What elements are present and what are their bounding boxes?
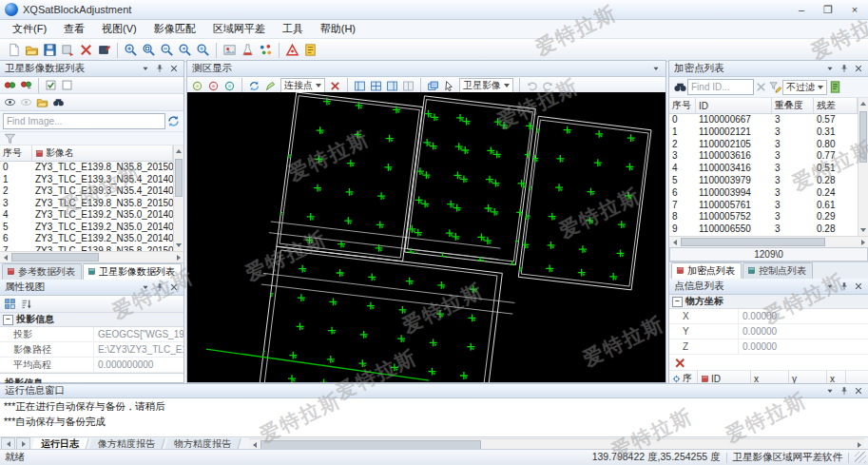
delete-icon[interactable]	[77, 41, 95, 59]
check-on-icon[interactable]	[43, 78, 59, 92]
pin-icon[interactable]	[838, 281, 851, 293]
menu-item-2[interactable]: 视图(V)	[93, 20, 145, 38]
filter-dropdown[interactable]: 不过滤	[782, 80, 827, 95]
connect-point-dropdown[interactable]: 连接点	[280, 78, 325, 93]
layer-icon[interactable]	[425, 79, 441, 93]
scroll-down-icon[interactable]	[858, 225, 868, 235]
tie-point-row[interactable]: 3110000361630.77	[669, 150, 868, 163]
menu-item-4[interactable]: 区域网平差	[204, 20, 274, 38]
image-row[interactable]: 6ZY3_TLC_E139.2_N35.0_20140131_L1A00	[0, 233, 183, 245]
new-page-icon[interactable]	[5, 41, 23, 59]
menu-item-6[interactable]: 帮助(H)	[312, 20, 364, 38]
close-icon[interactable]	[852, 385, 865, 397]
tie-point-vscrollbar[interactable]	[858, 98, 868, 236]
tie-point-row[interactable]: 7110000576130.61	[669, 200, 868, 212]
scroll-right-icon[interactable]	[173, 252, 183, 262]
zoom-window-icon[interactable]	[140, 41, 158, 59]
eye-icon[interactable]	[2, 95, 18, 109]
close-icon[interactable]	[852, 281, 865, 293]
tie-point-row[interactable]: 4110000341630.51	[669, 163, 868, 175]
caret-down-icon[interactable]	[823, 63, 837, 75]
tie-point-row[interactable]: 6110000399430.24	[669, 187, 868, 200]
property-row[interactable]: 投影GEOGCS["WGS_1984"	[0, 327, 183, 342]
redo-icon[interactable]	[540, 79, 556, 93]
cursor-icon[interactable]	[441, 79, 457, 93]
close-icon[interactable]	[852, 63, 865, 75]
zoom-fit-icon[interactable]	[194, 41, 212, 59]
tie-point-hscrollbar[interactable]	[669, 236, 868, 247]
menu-item-3[interactable]: 影像匹配	[145, 20, 204, 38]
filter-edit-icon[interactable]	[768, 80, 782, 94]
win3-icon[interactable]	[384, 79, 400, 93]
collapse-icon[interactable]: −	[3, 315, 13, 325]
check-off-icon[interactable]	[59, 78, 75, 92]
delete-x-icon[interactable]	[327, 79, 343, 93]
win-gray-icon[interactable]	[400, 79, 416, 93]
scroll-up-icon[interactable]	[174, 146, 183, 156]
tab-point-list-0[interactable]: 加密点列表	[671, 262, 742, 279]
filter-funnel-icon[interactable]	[2, 133, 17, 145]
column-header-3[interactable]: 残差	[814, 98, 858, 113]
column-header-0[interactable]: 序号	[669, 98, 696, 113]
tie-point-search-input[interactable]	[687, 79, 754, 95]
report-icon[interactable]	[301, 41, 319, 59]
flask-icon[interactable]	[239, 41, 257, 59]
column-header-1[interactable]: ID	[696, 98, 772, 113]
property-row[interactable]: 平均高程0.000000000	[0, 358, 183, 373]
tie-point-row[interactable]: 9110000655030.28	[669, 223, 868, 236]
orbit-red-icon[interactable]	[205, 79, 222, 93]
scroll-down-icon[interactable]	[174, 241, 183, 250]
binoculars-icon[interactable]	[50, 95, 67, 109]
footprint-balls-icon[interactable]	[2, 78, 18, 92]
satellite-image-dropdown[interactable]: 卫星影像	[459, 78, 513, 93]
tab-data-list-1[interactable]: 卫星影像数据列表	[83, 263, 182, 280]
refresh-blue-icon[interactable]	[246, 79, 262, 93]
image-list-vscrollbar[interactable]	[173, 145, 183, 251]
pin-icon[interactable]	[838, 385, 851, 397]
column-header-2[interactable]: 重叠度	[772, 98, 814, 113]
image-list-hscrollbar[interactable]	[0, 251, 183, 262]
import-icon[interactable]	[95, 41, 113, 59]
collapse-icon[interactable]: −	[672, 297, 683, 307]
binoculars-icon[interactable]	[672, 80, 687, 94]
property-group-header[interactable]: − 投影信息	[0, 313, 183, 327]
report-doc-icon[interactable]	[827, 80, 842, 94]
footprint-balls2-icon[interactable]	[18, 78, 34, 92]
column-header-name[interactable]: 影像名	[32, 145, 173, 161]
pin-icon[interactable]	[838, 63, 851, 75]
scroll-left-icon[interactable]	[0, 252, 10, 262]
menu-item-5[interactable]: 工具	[274, 20, 312, 38]
zoom-prev-icon[interactable]	[176, 41, 194, 59]
eye-gray-icon[interactable]	[18, 95, 34, 109]
tab-point-list-1[interactable]: 控制点列表	[743, 262, 813, 279]
refresh-icon[interactable]	[165, 114, 181, 128]
pin-icon[interactable]	[153, 281, 166, 294]
edit-green-icon[interactable]	[262, 79, 279, 93]
caret-down-icon[interactable]	[139, 63, 152, 75]
win1-icon[interactable]	[352, 79, 368, 93]
map-canvas[interactable]	[187, 92, 665, 382]
undo-icon[interactable]	[524, 79, 540, 93]
image-row[interactable]: 4ZY3_TLC_E139.2_N35.0_20140131_L1A00	[0, 209, 183, 222]
crosshair-icon[interactable]	[672, 375, 681, 383]
column-header-index[interactable]: 序号	[0, 145, 32, 161]
tab-data-list-0[interactable]: 参考数据列表	[2, 263, 82, 280]
export-icon[interactable]	[59, 41, 77, 59]
win2-icon[interactable]	[368, 79, 384, 93]
save-icon[interactable]	[41, 41, 59, 59]
scroll-up-icon[interactable]	[858, 99, 868, 108]
tie-point-row[interactable]: 1110000212130.31	[669, 126, 868, 139]
image-row[interactable]: 1ZY3_TLC_E139.3_N35.4_20140131_L1A00	[0, 174, 183, 186]
maximize-button[interactable]: ❐	[815, 2, 841, 18]
coord-group-header[interactable]: − 物方坐标	[669, 295, 868, 309]
property-row[interactable]: 影像路径E:\ZY3\ZY3_TLC_E139	[0, 342, 183, 358]
zoom-in-icon[interactable]	[122, 41, 140, 59]
category-icon[interactable]	[2, 297, 18, 311]
tin-adjust-icon[interactable]	[283, 41, 301, 59]
orbit-green-icon[interactable]	[189, 79, 205, 93]
caret-down-icon[interactable]	[139, 281, 152, 294]
scroll-left-icon[interactable]	[669, 237, 680, 247]
open-folder-icon[interactable]	[23, 41, 41, 59]
image-search-input[interactable]	[3, 113, 165, 129]
image-row[interactable]: 3ZY3_TLC_E139.8_N35.8_20150204_L1A00	[0, 198, 183, 210]
